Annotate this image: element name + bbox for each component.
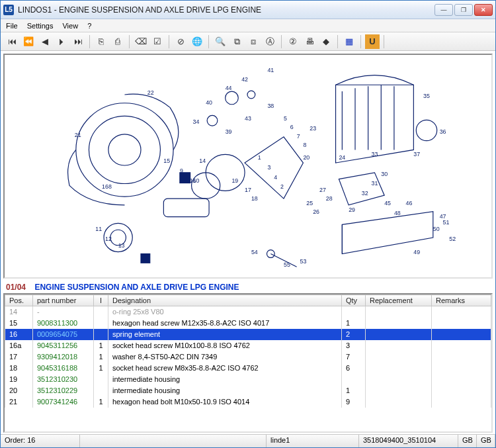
col-des[interactable]: Designation (108, 295, 342, 306)
svg-point-1 (89, 116, 160, 183)
table-row[interactable]: 14-o-ring 25x8 V80 (5, 306, 491, 318)
toolbar-btn-11[interactable]: 🔍 (213, 34, 227, 49)
svg-text:22: 22 (147, 89, 154, 96)
parts-table-wrap: Pos. part number I Designation Qty Repla… (3, 293, 493, 433)
svg-text:9: 9 (180, 167, 183, 174)
table-row[interactable]: 160009654075spring element2 (5, 329, 491, 340)
svg-text:15: 15 (163, 157, 170, 164)
toolbar-btn-17[interactable]: ◆ (319, 34, 333, 49)
table-row[interactable]: 1890453161881socket head screw M8x35-8.8… (5, 363, 491, 374)
toolbar-btn-0[interactable]: ⏮ (5, 34, 19, 49)
minimize-button[interactable]: — (434, 4, 453, 16)
cell-des: intermediate housing (108, 374, 342, 385)
cell-repl (366, 374, 432, 385)
toolbar-btn-10[interactable]: 🌐 (190, 34, 204, 49)
menu-view[interactable]: View (62, 22, 78, 30)
svg-text:46: 46 (406, 200, 413, 206)
cell-pos: 15 (5, 318, 33, 329)
parts-diagram[interactable]: 4142443822404334395678233521134214101718… (3, 54, 493, 279)
toolbar-btn-6[interactable]: ⎙ (110, 34, 125, 49)
col-part[interactable]: part number (33, 295, 94, 306)
cell-repl (366, 306, 432, 318)
toolbar-btn-18[interactable]: ▦ (342, 34, 356, 49)
cell-i (94, 329, 108, 340)
menu-file[interactable]: File (6, 22, 18, 30)
toolbar-btn-3[interactable]: ⏵ (54, 34, 69, 49)
svg-text:3: 3 (267, 164, 270, 171)
cell-i (94, 306, 108, 318)
svg-text:19: 19 (231, 177, 238, 184)
table-row[interactable]: 1793094120181washer 8,4-ST50-A2C DIN 734… (5, 351, 491, 363)
window-controls: — ❐ ✕ (434, 4, 493, 16)
svg-text:11: 11 (95, 226, 102, 232)
svg-text:33: 33 (372, 151, 378, 157)
col-repl[interactable]: Replacement (366, 295, 432, 306)
toolbar-btn-9[interactable]: ⊘ (173, 34, 188, 49)
svg-text:42: 42 (241, 76, 248, 83)
table-row[interactable]: 16a90453112561socket head screw M10x100-… (5, 340, 491, 351)
cell-rem (432, 396, 491, 408)
menu-help[interactable]: ? (87, 22, 91, 30)
toolbar-btn-16[interactable]: 🖶 (302, 34, 317, 49)
cell-repl (366, 396, 432, 408)
svg-text:4: 4 (274, 174, 277, 181)
status-order: Order: 16 (1, 435, 80, 447)
col-qty[interactable]: Qty (342, 295, 366, 306)
diagram-svg: 4142443822404334395678233521134214101718… (9, 59, 487, 273)
toolbar-btn-15[interactable]: ② (286, 34, 300, 49)
svg-text:17: 17 (245, 187, 251, 193)
toolbar-btn-5[interactable]: ⎘ (94, 34, 108, 49)
svg-text:13: 13 (118, 242, 125, 249)
svg-text:7: 7 (297, 133, 300, 140)
cell-rem (432, 385, 491, 396)
table-row[interactable]: 193512310230intermediate housing (5, 374, 491, 385)
cell-pos: 14 (5, 306, 33, 318)
close-button[interactable]: ✕ (474, 4, 493, 16)
svg-point-17 (247, 91, 255, 99)
cell-i: 1 (94, 351, 108, 363)
parts-table[interactable]: Pos. part number I Designation Qty Repla… (5, 294, 491, 408)
table-row[interactable]: 159008311300hexagon head screw M12x35-8.… (5, 318, 491, 329)
svg-text:5: 5 (284, 115, 287, 122)
svg-text:53: 53 (300, 258, 307, 265)
cell-repl (366, 318, 432, 329)
status-lang1: GB (458, 435, 477, 447)
table-row[interactable]: 203512310229intermediate housing1 (5, 385, 491, 396)
cell-pos: 17 (5, 351, 33, 363)
maximize-button[interactable]: ❐ (454, 4, 473, 16)
col-pos[interactable]: Pos. (5, 295, 33, 306)
toolbar-btn-2[interactable]: ◀ (38, 34, 52, 49)
svg-text:32: 32 (362, 190, 368, 197)
svg-point-5 (206, 154, 245, 191)
cell-qty: 3 (342, 340, 366, 351)
cell-des: socket head screw M8x35-8.8-A2C ISO 4762 (108, 363, 342, 374)
toolbar-btn-8[interactable]: ☑ (150, 34, 165, 49)
col-rem[interactable]: Remarks (432, 295, 491, 306)
cell-part: 9045311256 (33, 340, 94, 351)
toolbar-btn-14[interactable]: Ⓐ (263, 34, 277, 49)
table-row[interactable]: 2190073412461hexagon head bolt M10x50-10… (5, 396, 491, 408)
toolbar-btn-7[interactable]: ⌫ (134, 34, 148, 49)
cell-rem (432, 363, 491, 374)
cell-des: socket head screw M10x100-8.8 ISO 4762 (108, 340, 342, 351)
col-i[interactable]: I (94, 295, 108, 306)
svg-text:45: 45 (384, 200, 391, 206)
svg-text:16: 16 (190, 177, 196, 184)
status-user: linde1 (267, 435, 359, 447)
svg-text:47: 47 (440, 213, 446, 220)
cell-rem (432, 374, 491, 385)
toolbar-btn-12[interactable]: ⧉ (229, 34, 244, 49)
svg-rect-7 (141, 254, 150, 263)
svg-point-18 (207, 115, 218, 126)
svg-rect-3 (163, 199, 209, 216)
toolbar-btn-4[interactable]: ⏭ (71, 34, 85, 49)
svg-point-2 (108, 134, 141, 165)
menu-settings[interactable]: Settings (27, 22, 54, 30)
svg-text:31: 31 (372, 180, 378, 187)
toolbar-btn-19[interactable]: U (365, 34, 380, 49)
cell-part: 3512310230 (33, 374, 94, 385)
toolbar-btn-13[interactable]: ⧈ (246, 34, 261, 49)
svg-text:43: 43 (245, 115, 251, 122)
toolbar-btn-1[interactable]: ⏪ (21, 34, 36, 49)
cell-qty: 9 (342, 396, 366, 408)
